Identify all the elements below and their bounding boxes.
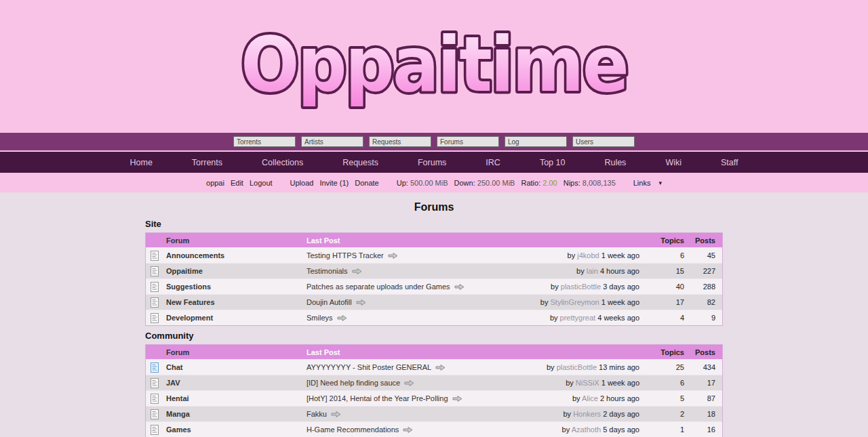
last-post-link[interactable]: Doujin Autofill — [307, 298, 352, 306]
nav-item-forums[interactable]: Forums — [398, 158, 466, 167]
goto-last-post-icon[interactable] — [388, 252, 398, 259]
edit-link[interactable]: Edit — [231, 179, 243, 187]
last-post-link[interactable]: Patches as separate uploads under Games — [307, 283, 450, 291]
donate-link[interactable]: Donate — [355, 179, 378, 187]
forum-link[interactable]: Games — [166, 425, 307, 434]
log-search-input[interactable] — [505, 136, 567, 147]
nav-item-home[interactable]: Home — [111, 158, 172, 167]
by-label: by — [576, 267, 585, 275]
posts-count: 434 — [684, 363, 722, 371]
forum-link[interactable]: JAV — [166, 379, 307, 387]
goto-last-post-icon[interactable] — [403, 426, 413, 434]
forum-read-icon — [151, 394, 159, 404]
by-label: by — [547, 363, 555, 371]
last-post-title-group: Doujin Autofill — [307, 298, 366, 306]
download-stat: Down: 250.00 MiB — [454, 179, 515, 187]
goto-last-post-icon[interactable] — [352, 268, 362, 275]
links-dropdown-label[interactable]: Links — [633, 179, 651, 187]
last-post-cell: Smileys by prettygreat 4 weeks ago — [307, 314, 649, 322]
forum-link[interactable]: Announcements — [166, 251, 307, 259]
username-link[interactable]: oppai — [206, 179, 224, 187]
topics-count: 5 — [649, 394, 684, 402]
last-post-link[interactable]: [ID] Need help finding sauce — [307, 379, 400, 387]
goto-last-post-icon[interactable] — [331, 411, 341, 418]
by-label: by — [540, 298, 549, 306]
last-post-link[interactable]: [HotY] 2014, Hentai of the Year Pre-Poll… — [307, 394, 448, 402]
user-bar: oppai Edit Logout Upload Invite (1) Dona… — [0, 173, 868, 192]
goto-last-post-icon[interactable] — [337, 314, 347, 322]
table-row: Announcements Testing HTTPS Tracker by j… — [146, 247, 722, 263]
nav-item-rules[interactable]: Rules — [585, 158, 646, 167]
goto-last-post-icon[interactable] — [435, 364, 446, 371]
last-post-link[interactable]: Testimonials — [307, 267, 348, 275]
nav-item-wiki[interactable]: Wiki — [646, 158, 701, 167]
column-header-posts: Posts — [684, 236, 722, 245]
users-search-input[interactable] — [572, 136, 635, 147]
forum-read-icon — [151, 378, 159, 388]
forum-link[interactable]: Development — [166, 314, 307, 322]
column-header-last-post: Last Post — [307, 348, 340, 356]
user-link[interactable]: NiSSiX — [576, 379, 599, 387]
user-link[interactable]: Alice — [582, 394, 598, 402]
upload-link[interactable]: Upload — [290, 179, 314, 187]
last-post-byline: by StylinGreymon 1 week ago — [540, 298, 639, 306]
torrents-search-input[interactable] — [233, 136, 296, 147]
forum-status-icon-wrap — [146, 394, 166, 404]
by-label: by — [562, 425, 570, 434]
user-link[interactable]: Honkers — [573, 410, 601, 418]
invite-link[interactable]: Invite (1) — [319, 179, 349, 187]
logout-link[interactable]: Logout — [250, 179, 273, 187]
user-link[interactable]: StylinGreymon — [551, 298, 599, 306]
last-post-time: 1 week ago — [601, 251, 639, 259]
forum-link[interactable]: Hentai — [166, 394, 307, 402]
user-link[interactable]: plasticBottle — [557, 363, 597, 371]
forum-link[interactable]: Oppaitime — [166, 267, 307, 275]
last-post-byline: by Honkers 2 days ago — [563, 410, 639, 418]
goto-last-post-icon[interactable] — [452, 395, 462, 402]
forum-link[interactable]: Chat — [166, 363, 307, 371]
requests-search-input[interactable] — [369, 136, 431, 147]
forum-link[interactable]: Manga — [166, 410, 307, 418]
nav-item-collections[interactable]: Collections — [242, 158, 323, 167]
last-post-link[interactable]: Smileys — [307, 314, 333, 322]
forum-unread-icon — [151, 362, 159, 373]
site-forum-table: Forum Last Post Topics Posts Announcemen… — [145, 232, 723, 326]
user-link[interactable]: plasticBottle — [561, 283, 601, 291]
last-post-link[interactable]: AYYYYYYYY - Shit Poster GENERAL — [307, 363, 431, 371]
last-post-link[interactable]: H-Game Recommendations — [307, 425, 399, 434]
nav-item-staff[interactable]: Staff — [701, 158, 757, 167]
last-post-byline: by plasticBottle 3 days ago — [551, 283, 639, 291]
user-link[interactable]: prettygreat — [560, 314, 596, 322]
last-post-title-group: [ID] Need help finding sauce — [307, 379, 414, 387]
column-header-posts: Posts — [684, 348, 722, 356]
nav-item-top10[interactable]: Top 10 — [520, 158, 585, 167]
table-row: Hentai [HotY] 2014, Hentai of the Year P… — [146, 390, 722, 406]
forum-link[interactable]: Suggestions — [166, 283, 307, 291]
nav-item-requests[interactable]: Requests — [323, 158, 398, 167]
last-post-title-group: Testing HTTPS Tracker — [307, 251, 398, 259]
last-post-cell: AYYYYYYYY - Shit Poster GENERAL by plast… — [307, 363, 649, 371]
user-link[interactable]: Azathoth — [572, 425, 601, 434]
forum-link[interactable]: New Features — [166, 298, 307, 306]
artists-search-input[interactable] — [301, 136, 363, 147]
logo-text: Oppaitime — [241, 20, 627, 108]
ratio-stat: Ratio: 2.00 — [521, 179, 557, 187]
goto-last-post-icon[interactable] — [404, 379, 414, 387]
topics-count: 4 — [649, 314, 684, 322]
goto-last-post-icon[interactable] — [454, 283, 465, 291]
last-post-link[interactable]: Fakku — [307, 410, 327, 418]
user-link[interactable]: j4kobd — [577, 251, 599, 259]
column-header-lastpost-wrap: Last Post — [307, 348, 649, 356]
posts-count: 82 — [684, 298, 722, 306]
last-post-time: 5 days ago — [603, 425, 639, 434]
last-post-byline: by plasticBottle 13 mins ago — [547, 363, 639, 371]
forums-search-input[interactable] — [437, 136, 499, 147]
oppaitime-logo[interactable]: Oppaitime — [231, 19, 637, 114]
links-dropdown[interactable]: Links ▾ — [633, 179, 662, 187]
goto-last-post-icon[interactable] — [356, 299, 366, 306]
nav-item-torrents[interactable]: Torrents — [172, 158, 242, 167]
nav-item-irc[interactable]: IRC — [466, 158, 520, 167]
chevron-down-icon: ▾ — [658, 180, 662, 186]
user-link[interactable]: lain — [587, 267, 598, 275]
last-post-link[interactable]: Testing HTTPS Tracker — [307, 251, 384, 259]
